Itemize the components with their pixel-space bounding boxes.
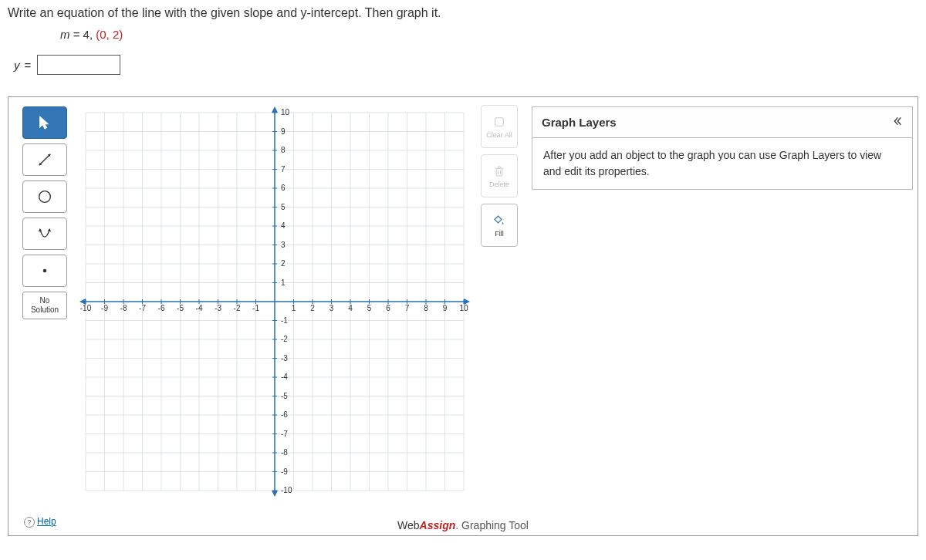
svg-text:4: 4 (348, 304, 353, 312)
svg-text:3: 3 (330, 304, 334, 312)
svg-text:-3: -3 (281, 354, 288, 363)
svg-text:-1: -1 (281, 316, 288, 325)
graph-layers-title: Graph Layers (542, 116, 617, 129)
svg-text:8: 8 (281, 146, 286, 154)
svg-text:4: 4 (281, 221, 286, 230)
svg-text:-3: -3 (215, 304, 221, 312)
parabola-tool[interactable] (22, 218, 67, 250)
svg-text:6: 6 (386, 304, 390, 312)
svg-text:-10: -10 (281, 486, 292, 494)
answer-row: y = (14, 55, 918, 75)
svg-text:1: 1 (292, 304, 296, 312)
svg-text:-10: -10 (80, 304, 92, 312)
svg-text:-6: -6 (281, 410, 288, 419)
svg-marker-5 (48, 229, 52, 232)
svg-text:-7: -7 (139, 304, 146, 312)
collapse-icon[interactable] (891, 115, 903, 130)
question-given: m = 4, (0, 2) (60, 28, 918, 41)
svg-marker-54 (272, 491, 278, 497)
answer-var: y (14, 59, 20, 72)
svg-text:7: 7 (281, 165, 286, 174)
graph-layers-panel: Graph Layers After you add an object to … (532, 106, 913, 190)
clear-all-button[interactable]: Clear All (481, 105, 518, 148)
svg-text:1: 1 (281, 278, 286, 287)
svg-text:9: 9 (281, 127, 286, 136)
svg-text:-9: -9 (281, 467, 288, 476)
svg-marker-4 (39, 229, 42, 232)
question-prompt: Write an equation of the line with the g… (8, 6, 918, 20)
svg-text:-2: -2 (281, 335, 288, 343)
footer-brand: WebAssign. Graphing Tool (8, 519, 918, 531)
line-tool[interactable] (22, 143, 67, 176)
svg-text:-8: -8 (281, 448, 288, 457)
svg-text:9: 9 (443, 304, 448, 312)
svg-text:7: 7 (405, 304, 410, 312)
svg-text:8: 8 (424, 304, 428, 312)
trash-icon (492, 164, 506, 178)
graph-canvas[interactable]: -10-9-8-7-6-5-4-3-2-112345678910-10-9-8-… (78, 105, 471, 498)
svg-text:-6: -6 (158, 304, 165, 312)
svg-text:10: 10 (459, 304, 468, 312)
svg-point-3 (39, 191, 51, 203)
answer-input[interactable] (37, 55, 120, 75)
svg-text:3: 3 (281, 241, 286, 249)
circle-tool[interactable] (22, 180, 67, 213)
graph-tool-area: No Solution ?Help -10-9-8-7-6-5-4-3-2-11… (8, 96, 918, 536)
svg-text:-4: -4 (281, 373, 288, 381)
svg-text:-4: -4 (196, 304, 203, 312)
point-tool[interactable] (22, 255, 67, 287)
toolbox: No Solution (22, 106, 67, 319)
svg-point-6 (43, 269, 47, 273)
fill-button[interactable]: Fill (481, 204, 518, 247)
svg-text:-7: -7 (281, 430, 288, 438)
svg-text:2: 2 (310, 304, 315, 312)
svg-text:-5: -5 (177, 304, 184, 312)
svg-text:5: 5 (367, 304, 372, 312)
svg-text:10: 10 (281, 108, 290, 116)
svg-marker-53 (272, 106, 278, 113)
svg-text:-5: -5 (281, 392, 288, 400)
answer-eq: = (25, 59, 32, 72)
graph-layers-header[interactable]: Graph Layers (532, 106, 913, 138)
graph-action-buttons: Clear All Delete Fill (481, 105, 519, 247)
svg-rect-135 (495, 117, 504, 126)
pointer-tool[interactable] (22, 106, 67, 139)
svg-text:6: 6 (281, 184, 286, 192)
svg-text:-1: -1 (252, 304, 259, 312)
delete-button[interactable]: Delete (481, 154, 518, 197)
svg-text:-9: -9 (101, 304, 108, 312)
svg-text:2: 2 (281, 259, 286, 268)
svg-text:-8: -8 (120, 304, 127, 312)
clear-icon (492, 115, 506, 129)
svg-text:5: 5 (281, 203, 286, 211)
graph-layers-body: After you add an object to the graph you… (532, 138, 913, 190)
no-solution-button[interactable]: No Solution (22, 292, 67, 319)
fill-icon (492, 214, 506, 228)
svg-text:-2: -2 (234, 304, 241, 312)
